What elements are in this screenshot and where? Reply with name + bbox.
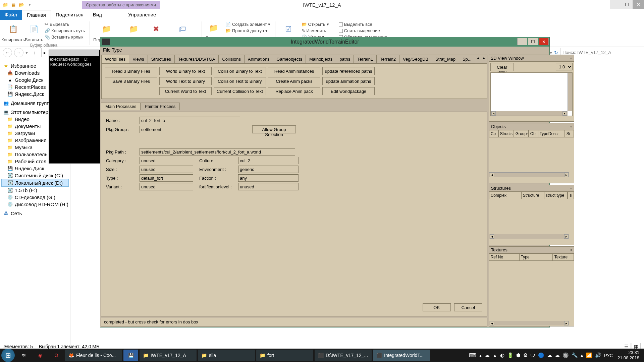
task-firefox[interactable]: 🦊Fleur de lis - Coo... <box>65 350 122 361</box>
forward-button[interactable]: → <box>14 48 23 57</box>
tray-icon[interactable]: ☁ <box>555 352 560 358</box>
tab-file[interactable]: Файл <box>0 10 22 20</box>
edit-button[interactable]: ✎ Изменить <box>300 28 330 34</box>
select-all-button[interactable]: Выделить все <box>337 21 388 27</box>
new-item-button[interactable]: 📄 Создать элемент ▾ <box>224 21 272 27</box>
task-store[interactable]: 🛍 <box>17 350 32 361</box>
tray-icon[interactable]: ⚙ <box>523 352 528 358</box>
update-referenced-paths-button[interactable]: update referenced paths <box>322 67 375 75</box>
col-complex[interactable]: Complex <box>489 192 521 199</box>
col-structtype[interactable]: struct type <box>544 192 568 199</box>
scrollbar-vertical[interactable] <box>568 73 572 111</box>
move-icon[interactable]: 📁 <box>98 21 115 37</box>
sidebar-item-yadisk2[interactable]: 💾Яндекс.Диск <box>1 165 69 172</box>
tab-worldfiles[interactable]: WorldFiles <box>101 55 129 63</box>
read-3-binary-button[interactable]: Read 3 Binary Files <box>105 67 157 75</box>
easy-access-button[interactable]: 📂 Простой доступ ▾ <box>224 28 272 34</box>
chevron-up-icon[interactable]: ▴ <box>581 352 583 358</box>
col-si[interactable]: Si <box>565 130 574 137</box>
2d-view-canvas[interactable]: ◂▸ <box>490 72 573 116</box>
pkgpath-input[interactable] <box>140 148 295 156</box>
tab-home[interactable]: Главная <box>22 10 51 20</box>
pkggroup-input[interactable] <box>140 126 240 133</box>
col-groups[interactable]: Groups <box>514 130 529 137</box>
history-dropdown-icon[interactable]: ▾ <box>25 50 28 55</box>
dropdown-icon[interactable]: ▾ <box>26 2 33 8</box>
tab-textures[interactable]: Textures/DDS/TGA <box>174 55 219 63</box>
task-save[interactable]: 💾 <box>123 350 138 361</box>
task-fort-folder[interactable]: 📁fort <box>256 350 313 361</box>
allow-group-selection-button[interactable]: Allow Group Selection <box>252 125 296 133</box>
tab-animations[interactable]: Animations <box>244 55 273 63</box>
keyboard-icon[interactable]: ⌨ <box>469 352 476 358</box>
world-binary-to-text-button[interactable]: World Binary to Text <box>159 67 212 75</box>
back-button[interactable]: ← <box>3 48 12 57</box>
task-iwte-exe[interactable]: ⬛D:\IWTE_v17_12_... <box>315 350 372 361</box>
environment-input[interactable] <box>238 166 299 173</box>
collision-text-to-binary-button[interactable]: Collision Text to Binary <box>214 77 266 85</box>
console-titlebar[interactable] <box>49 50 99 56</box>
current-collision-to-text-button[interactable]: Current Collision to Text <box>214 87 266 95</box>
scrollbar-horizontal[interactable]: ◂▸ <box>491 111 568 116</box>
col-type[interactable]: Type <box>519 253 553 261</box>
close-button[interactable]: ✕ <box>539 38 549 45</box>
tray-icon[interactable]: 🔧 <box>572 352 578 358</box>
tab-paths[interactable]: paths <box>336 55 354 63</box>
tab-views[interactable]: Views <box>129 55 148 63</box>
tray-icon[interactable]: 🔘 <box>562 352 569 358</box>
tab-terrain2[interactable]: Terrain2 <box>376 55 399 63</box>
tab-structures[interactable]: Structures <box>148 55 175 63</box>
maximize-button[interactable]: ☐ <box>621 0 633 9</box>
network-icon[interactable]: 📶 <box>586 352 592 358</box>
paste-shortcut-button[interactable]: 📎 Вставить ярлык <box>43 34 86 40</box>
tab-scroll-left[interactable]: ◂ <box>475 55 481 63</box>
fortlevel-input[interactable] <box>238 183 299 190</box>
tab-painter-process[interactable]: Painter Process <box>140 103 180 110</box>
language-indicator[interactable]: РУС <box>604 353 613 358</box>
culture-input[interactable] <box>238 157 299 164</box>
task-opera[interactable]: O <box>49 350 64 361</box>
sidebar-item-hdrive[interactable]: 💿Дисковод BD-ROM (H:) Goth <box>1 201 69 208</box>
tray-icon[interactable]: 🔋 <box>507 352 514 358</box>
zoom-select[interactable]: 1.0 <box>556 63 573 70</box>
tray-icon[interactable]: ◐ <box>500 352 504 358</box>
cut-button[interactable]: ✂ Вырезать <box>43 21 86 27</box>
tab-terrain1[interactable]: Terrain1 <box>354 55 377 63</box>
tab-gameobjects[interactable]: Gameobjects <box>273 55 306 63</box>
tab-scroll-right[interactable]: ▸ <box>481 55 487 63</box>
iwte-titlebar[interactable]: IntegratedWorldTerrainEditor — ☐ ✕ <box>100 37 549 47</box>
tab-manage[interactable]: Управление <box>123 10 161 20</box>
up-button[interactable]: ↑ <box>30 48 39 57</box>
task-sila-folder[interactable]: 📁sila <box>198 350 255 361</box>
tab-mainobjects[interactable]: Mainobjects <box>306 55 336 63</box>
minimize-button[interactable]: — <box>517 38 527 45</box>
tab-main-processes[interactable]: Main Processes <box>101 103 141 110</box>
clock[interactable]: 23:31 21.08.2018 <box>615 350 641 360</box>
sidebar-item-ddrive[interactable]: 💽Локальный диск (D:) <box>1 179 69 187</box>
faction-input[interactable] <box>238 174 299 182</box>
edit-worldpackage-button[interactable]: Edit worldpackage <box>322 87 375 95</box>
cancel-button[interactable]: Cancel <box>454 303 482 311</box>
clear-view-button[interactable]: Clear view <box>490 63 514 71</box>
properties-big-icon[interactable]: ☑ <box>280 21 297 37</box>
replace-anim-pack-button[interactable]: Replace Anim pack <box>268 87 320 95</box>
update-animation-paths-button[interactable]: update animation paths <box>322 77 375 85</box>
category-input[interactable] <box>140 157 193 164</box>
scrollbar-horizontal[interactable]: ◂▸ <box>489 321 570 325</box>
start-button[interactable]: ⊞ <box>1 349 15 362</box>
panel-toggle-icon[interactable]: ▫ <box>571 186 572 191</box>
tab-stratmap[interactable]: Strat_Map <box>432 55 459 63</box>
select-none-button[interactable]: Снять выделение <box>337 28 388 34</box>
tab-view[interactable]: Вид <box>88 10 107 20</box>
copy-to-icon[interactable]: 📁 <box>125 21 142 37</box>
variant-input[interactable] <box>140 183 193 190</box>
col-cp[interactable]: Cp <box>489 130 498 137</box>
tray-icon[interactable]: 🛡 <box>530 353 535 358</box>
col-ti[interactable]: Ti <box>568 192 574 199</box>
new-folder-icon[interactable]: 📂 <box>18 2 25 8</box>
copy-icon[interactable]: 📋 <box>5 21 21 37</box>
tab-collisions[interactable]: Collisions <box>218 55 245 63</box>
panel-toggle-icon[interactable]: ▫ <box>571 247 572 252</box>
open-button[interactable]: 📂 Открыть ▾ <box>300 21 330 27</box>
size-input[interactable] <box>140 166 193 173</box>
